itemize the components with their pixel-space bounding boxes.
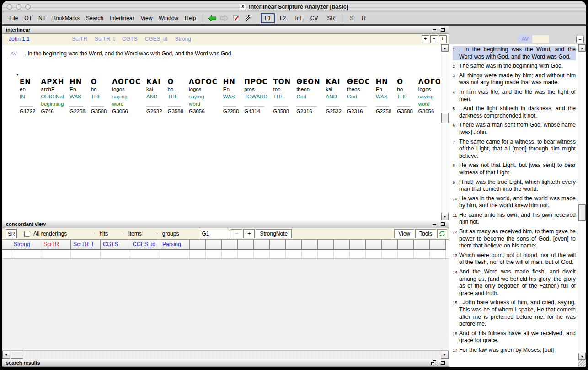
toolbar-extra-button[interactable]: R: [358, 14, 370, 22]
scrollbar-thumb[interactable]: [11, 351, 23, 359]
toolbar-view-button[interactable]: L2: [276, 13, 290, 23]
strong-number[interactable]: G3056: [112, 108, 141, 116]
panel-minimize-icon[interactable]: [433, 29, 436, 30]
interlinear-word-column[interactable]: ΗΝ En WAS G2258: [376, 78, 392, 116]
table-header-cell[interactable]: ScrTR: [41, 240, 71, 250]
table-header-cell[interactable]: [318, 240, 334, 250]
strong-number[interactable]: G4314: [244, 108, 267, 116]
scroll-down-icon[interactable]: ▼: [441, 213, 449, 220]
menu-item[interactable]: View: [138, 14, 156, 23]
table-header-cell[interactable]: Parsing: [160, 240, 190, 250]
panel-minimize-icon[interactable]: [433, 224, 436, 225]
column-source-link[interactable]: CGTS: [122, 36, 137, 42]
menu-item[interactable]: Search: [83, 14, 107, 23]
refresh-icon[interactable]: [437, 229, 447, 238]
panel-restore-icon[interactable]: [431, 360, 436, 365]
interlinear-vertical-scrollbar[interactable]: ▲ ▼: [441, 44, 449, 220]
table-header-cell[interactable]: [206, 240, 222, 250]
zoom-button[interactable]: −: [430, 35, 438, 43]
verse-item[interactable]: 3All things were made by him; and withou…: [453, 72, 576, 86]
menu-item[interactable]: Interlinear: [107, 14, 137, 23]
toolbar-view-button[interactable]: SR: [323, 13, 339, 23]
verse-item[interactable]: 13Which were born, not of blood, nor of …: [453, 252, 576, 266]
menu-item[interactable]: OT: [21, 14, 35, 23]
interlinear-word-column[interactable]: ΠΡΟC pros TOWARD G4314: [244, 78, 267, 116]
strong-number[interactable]: G3588: [397, 108, 413, 116]
menu-item[interactable]: File: [6, 14, 21, 23]
zoom-button[interactable]: +: [422, 35, 429, 43]
table-header-cell[interactable]: ScrTR_t: [71, 240, 101, 250]
verse-item[interactable]: 17For the law was given by Moses, [but]: [453, 347, 576, 354]
menu-item[interactable]: BookMarks: [49, 14, 83, 23]
strong-number[interactable]: G2258: [376, 108, 392, 116]
panel-maximize-icon[interactable]: [441, 28, 445, 32]
verse-item[interactable]: 11He came unto his own, and his own rece…: [453, 212, 576, 226]
verse-reference[interactable]: John 1:1: [9, 36, 30, 42]
strong-number-input[interactable]: [200, 230, 230, 238]
verse-item[interactable]: 5. And the light shineth in darkness; an…: [453, 105, 576, 119]
interlinear-word-column[interactable]: ΛΟΓΟC logos saying word G3056: [112, 78, 141, 116]
tab-av-version[interactable]: AV: [517, 35, 533, 43]
table-header-cell[interactable]: [302, 240, 318, 250]
word-marker-icon[interactable]: ▼: [16, 74, 440, 76]
decrement-button[interactable]: −: [231, 229, 242, 238]
toolbar-extra-button[interactable]: S: [346, 14, 358, 22]
tools-button[interactable]: Tools: [415, 229, 436, 238]
scroll-down-icon[interactable]: ▼: [578, 353, 586, 360]
strong-number[interactable]: G3588: [168, 108, 184, 116]
column-source-link[interactable]: CGES_id: [144, 36, 167, 42]
table-header-cell[interactable]: [334, 240, 350, 250]
scrollbar-thumb[interactable]: [578, 204, 586, 221]
table-header-cell[interactable]: Strong: [11, 240, 41, 250]
toolbar-view-button[interactable]: L1: [261, 13, 275, 23]
increment-button[interactable]: +: [243, 229, 255, 238]
interlinear-word-column[interactable]: ΛΟΓΟC logos saying word G3056: [418, 78, 440, 116]
toolbar-view-button[interactable]: Int: [291, 13, 305, 23]
horizontal-scrollbar[interactable]: ◄ ►: [2, 350, 449, 359]
strong-number[interactable]: G2258: [69, 108, 86, 116]
table-header-cell[interactable]: [286, 240, 302, 250]
strong-number[interactable]: G2532: [326, 108, 342, 116]
panel-maximize-icon[interactable]: [441, 222, 445, 226]
verse-item[interactable]: 1. In the beginning was the Word, and th…: [453, 46, 576, 60]
column-source-link[interactable]: Strong: [175, 36, 191, 42]
tab-blank[interactable]: [532, 35, 549, 43]
verse-item[interactable]: 15. John bare witness of him, and cried,…: [453, 299, 576, 327]
view-button[interactable]: View: [394, 229, 414, 238]
verse-item[interactable]: 9[That] was the true Light, which lighte…: [453, 179, 576, 193]
zoom-button[interactable]: L: [439, 35, 447, 43]
strongnote-button[interactable]: StrongNote: [256, 229, 292, 238]
interlinear-word-column[interactable]: ΛΟΓΟC logos saying word G3056: [189, 78, 218, 116]
strong-number[interactable]: G3056: [418, 108, 440, 116]
interlinear-word-column[interactable]: ΗΝ En WAS G2258: [69, 78, 86, 116]
interlinear-word-column[interactable]: ΑΡΧΗ archE ORIGINal beginning G746: [41, 78, 64, 116]
concordant-table-row[interactable]: [2, 250, 449, 259]
sr-button[interactable]: SR: [6, 229, 17, 238]
collapse-panel-button[interactable]: −: [576, 36, 584, 43]
scrollbar-thumb[interactable]: [441, 113, 449, 123]
strong-number[interactable]: G2316: [347, 108, 370, 116]
verse-item[interactable]: 7The same came for a witness, to bear wi…: [453, 139, 576, 160]
interlinear-word-column[interactable]: ΤΟΝ ton THE G3588: [273, 78, 291, 116]
all-renderings-checkbox[interactable]: [24, 231, 30, 237]
interlinear-word-column[interactable]: ΚΑΙ kai AND G2532: [146, 78, 162, 116]
table-header-cell[interactable]: [190, 240, 206, 250]
strong-number[interactable]: G3588: [91, 108, 107, 116]
strong-number[interactable]: G1722: [20, 108, 36, 116]
verse-item[interactable]: 4In him was life; and the life was the l…: [453, 89, 576, 103]
menu-item[interactable]: Window: [155, 14, 182, 23]
interlinear-word-column[interactable]: ΗΝ En WAS G2258: [223, 78, 239, 116]
menu-item[interactable]: Help: [182, 14, 199, 23]
table-header-cell[interactable]: [430, 240, 446, 250]
table-header-cell[interactable]: [350, 240, 366, 250]
table-header-cell[interactable]: [222, 240, 238, 250]
scroll-up-icon[interactable]: ▲: [578, 44, 586, 52]
forward-icon[interactable]: [219, 14, 229, 23]
interlinear-word-column[interactable]: ΚΑΙ kai AND G2532: [326, 78, 342, 116]
back-icon[interactable]: [207, 14, 217, 23]
table-header-cell[interactable]: CGES_id: [130, 240, 160, 250]
table-header-cell[interactable]: CGTS: [101, 240, 130, 250]
column-source-link[interactable]: ScrTR: [72, 36, 87, 42]
scroll-up-icon[interactable]: ▲: [441, 44, 449, 52]
verse-item[interactable]: 6There was a man sent from God, whose na…: [453, 122, 576, 136]
